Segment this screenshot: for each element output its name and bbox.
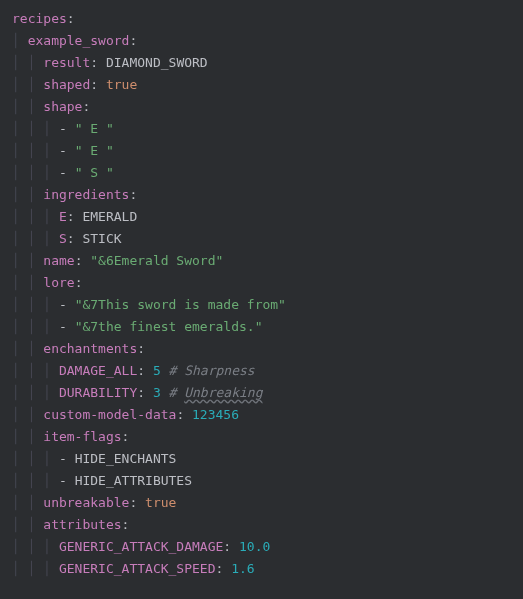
yaml-key: recipes — [12, 11, 67, 26]
yaml-string: "&7This sword is made from" — [75, 297, 286, 312]
yaml-key: shape — [43, 99, 82, 114]
yaml-key: attributes — [43, 517, 121, 532]
yaml-key: name — [43, 253, 74, 268]
yaml-number: 123456 — [192, 407, 239, 422]
yaml-string: " E " — [75, 143, 114, 158]
yaml-comment: # — [169, 385, 185, 400]
code-line: │ │ │ - " S " — [8, 162, 523, 184]
code-line: │ │ │ - " E " — [8, 140, 523, 162]
code-line: │ │ result: DIAMOND_SWORD — [8, 52, 523, 74]
yaml-key: shaped — [43, 77, 90, 92]
yaml-number: 3 — [153, 385, 161, 400]
yaml-number: 1.6 — [231, 561, 254, 576]
yaml-key: result — [43, 55, 90, 70]
yaml-bool: true — [145, 495, 176, 510]
yaml-key: GENERIC_ATTACK_DAMAGE — [59, 539, 223, 554]
yaml-comment: # Sharpness — [169, 363, 255, 378]
code-line: │ │ shape: — [8, 96, 523, 118]
code-line: │ │ │ - HIDE_ATTRIBUTES — [8, 470, 523, 492]
yaml-value: DIAMOND_SWORD — [106, 55, 208, 70]
yaml-key: DAMAGE_ALL — [59, 363, 137, 378]
yaml-string: "&6Emerald Sword" — [90, 253, 223, 268]
yaml-key: lore — [43, 275, 74, 290]
code-line: │ │ │ DURABILITY: 3 # Unbreaking — [8, 382, 523, 404]
code-line: recipes: — [8, 8, 523, 30]
yaml-comment-underlined: Unbreaking — [184, 385, 262, 400]
code-line: │ │ item-flags: — [8, 426, 523, 448]
yaml-key: custom-model-data — [43, 407, 176, 422]
yaml-string: " E " — [75, 121, 114, 136]
yaml-bool: true — [106, 77, 137, 92]
yaml-key: example_sword — [28, 33, 130, 48]
code-line: │ │ │ S: STICK — [8, 228, 523, 250]
yaml-value: EMERALD — [82, 209, 137, 224]
code-line: │ │ lore: — [8, 272, 523, 294]
yaml-number: 10.0 — [239, 539, 270, 554]
code-line: │ │ attributes: — [8, 514, 523, 536]
yaml-number: 5 — [153, 363, 161, 378]
code-line: │ │ │ E: EMERALD — [8, 206, 523, 228]
code-line: │ example_sword: — [8, 30, 523, 52]
code-line: │ │ │ DAMAGE_ALL: 5 # Sharpness — [8, 360, 523, 382]
yaml-key: DURABILITY — [59, 385, 137, 400]
code-line: │ │ │ - "&7the finest emeralds." — [8, 316, 523, 338]
yaml-string: "&7the finest emeralds." — [75, 319, 263, 334]
code-line: │ │ │ - " E " — [8, 118, 523, 140]
yaml-string: " S " — [75, 165, 114, 180]
yaml-key: GENERIC_ATTACK_SPEED — [59, 561, 216, 576]
yaml-value: STICK — [82, 231, 121, 246]
code-line: │ │ name: "&6Emerald Sword" — [8, 250, 523, 272]
code-line: │ │ unbreakable: true — [8, 492, 523, 514]
yaml-key: item-flags — [43, 429, 121, 444]
yaml-key: unbreakable — [43, 495, 129, 510]
yaml-key: E — [59, 209, 67, 224]
code-line: │ │ custom-model-data: 123456 — [8, 404, 523, 426]
code-line: │ │ ingredients: — [8, 184, 523, 206]
code-line: │ │ shaped: true — [8, 74, 523, 96]
yaml-value: HIDE_ATTRIBUTES — [75, 473, 192, 488]
yaml-value: HIDE_ENCHANTS — [75, 451, 177, 466]
code-line: │ │ │ GENERIC_ATTACK_DAMAGE: 10.0 — [8, 536, 523, 558]
code-line: │ │ │ - "&7This sword is made from" — [8, 294, 523, 316]
yaml-key: ingredients — [43, 187, 129, 202]
code-line: │ │ enchantments: — [8, 338, 523, 360]
yaml-key: S — [59, 231, 67, 246]
yaml-key: enchantments — [43, 341, 137, 356]
code-line: │ │ │ GENERIC_ATTACK_SPEED: 1.6 — [8, 558, 523, 580]
code-line: │ │ │ - HIDE_ENCHANTS — [8, 448, 523, 470]
code-block: recipes: │ example_sword: │ │ result: DI… — [8, 8, 523, 580]
